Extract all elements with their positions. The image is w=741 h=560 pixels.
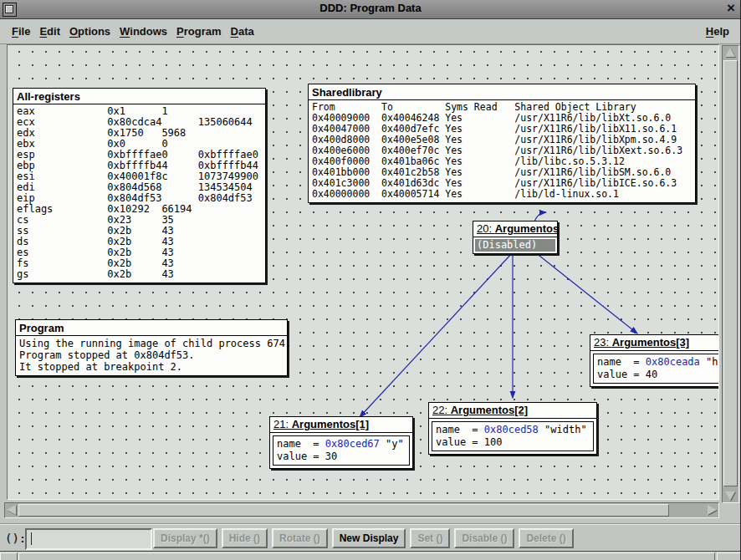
scroll-left-icon[interactable] xyxy=(7,505,16,515)
all-registers-body: eax 0x1 1 ecx 0x80cdca4 135060644 edx 0x… xyxy=(13,104,265,283)
sharedlibrary-body: From To Syms Read Shared Object Library … xyxy=(309,100,695,202)
node-23-name-field: name = 0x80ceada "h xyxy=(597,356,719,369)
pointer-value: 0x80ceada xyxy=(646,356,700,368)
argument-toolbar: (): Display *() Hide () Rotate () New Di… xyxy=(0,523,741,552)
display-node-23[interactable]: 23: Argumentos[3] name = 0x80ceada "h va… xyxy=(590,334,719,387)
node-22-title: 22: Argumentos[2] xyxy=(429,403,596,419)
menu-program[interactable]: Program xyxy=(176,25,221,38)
menu-help[interactable]: Help xyxy=(706,25,741,38)
bottom-panner-corner[interactable] xyxy=(0,552,18,560)
node-20-title: 20: Argumentos xyxy=(473,221,557,237)
pointer-value: 0x80ced58 xyxy=(484,424,539,435)
menu-windows[interactable]: Windows xyxy=(120,25,167,38)
display-node-22[interactable]: 22: Argumentos[2] name = 0x80ced58 "widt… xyxy=(428,402,597,455)
menu-edit[interactable]: Edit xyxy=(39,25,60,38)
menu-file[interactable]: File xyxy=(12,25,30,38)
all-registers-box[interactable]: All-registers eax 0x1 1 ecx 0x80cdca4 13… xyxy=(13,88,266,283)
arrow-20-to-23 xyxy=(535,252,637,333)
program-line: Program stopped at 0x804df53. xyxy=(19,349,284,361)
window-title: DDD: Program Data xyxy=(0,2,741,14)
bottom-separator xyxy=(0,551,741,552)
node-23-title: 23: Argumentos[3] xyxy=(590,335,719,351)
display-button[interactable]: Display *() xyxy=(153,528,217,548)
menu-left: File Edit Options Windows Program Data xyxy=(0,25,254,38)
program-line: Using the running image of child process… xyxy=(19,338,284,349)
menubar: File Edit Options Windows Program Data H… xyxy=(0,19,741,44)
rotate-button[interactable]: Rotate () xyxy=(272,528,328,548)
text-caret xyxy=(31,532,32,545)
display-node-20[interactable]: 20: Argumentos (Disabled) xyxy=(473,221,558,254)
sharedlibrary-box[interactable]: Sharedlibrary From To Syms Read Shared O… xyxy=(308,84,696,203)
program-line: It stopped at breakpoint 2. xyxy=(19,361,284,373)
menu-options[interactable]: Options xyxy=(69,25,110,38)
ddd-program-data-window: DDD: Program Data × File Edit Options Wi… xyxy=(0,0,741,560)
delete-button[interactable]: Delete () xyxy=(519,528,573,548)
close-icon[interactable]: × xyxy=(724,0,738,17)
argument-input[interactable] xyxy=(25,528,152,550)
vertical-scrollbar-thumb[interactable] xyxy=(723,60,738,486)
arrow-20-to-21 xyxy=(360,252,513,417)
horizontal-scrollbar-thumb[interactable] xyxy=(18,504,669,517)
vertical-scrollbar[interactable] xyxy=(722,45,739,503)
scroll-down-icon[interactable] xyxy=(725,491,735,501)
argument-label: (): xyxy=(5,532,26,545)
disable-button[interactable]: Disable () xyxy=(454,528,514,548)
pointer-value: 0x80ced67 xyxy=(325,438,380,450)
display-buttons: Display *() Hide () Rotate () New Displa… xyxy=(153,528,574,548)
node-22-value-field: value = 100 xyxy=(436,436,590,449)
set-button[interactable]: Set () xyxy=(410,528,450,548)
data-display-canvas[interactable]: All-registers eax 0x1 1 ecx 0x80cdca4 13… xyxy=(7,44,719,500)
sharedlibrary-title: Sharedlibrary xyxy=(309,84,695,100)
node-21-name-field: name = 0x80ced67 "y" xyxy=(277,438,406,451)
all-registers-title: All-registers xyxy=(13,89,265,104)
node-22-values: name = 0x80ced58 "width" value = 100 xyxy=(432,421,594,451)
menu-data[interactable]: Data xyxy=(231,25,254,38)
node-21-title: 21: Argumentos[1] xyxy=(270,417,412,433)
node-22-name-field: name = 0x80ced58 "width" xyxy=(436,424,590,436)
node-21-value-field: value = 30 xyxy=(277,451,406,463)
display-node-21[interactable]: 21: Argumentos[1] name = 0x80ced67 "y" v… xyxy=(269,416,413,469)
node-23-value-field: value = 40 xyxy=(597,369,719,381)
node-23-values: name = 0x80ceada "h value = 40 xyxy=(593,354,719,384)
register-row: gs 0x2b 43 xyxy=(17,269,262,280)
scroll-right-icon[interactable] xyxy=(708,505,717,515)
node-21-values: name = 0x80ced67 "y" value = 30 xyxy=(273,435,410,466)
sharedlib-row: 0x40000000 0x40005714 Yes /lib/ld-linux.… xyxy=(312,189,692,200)
bottom-panner-bar[interactable] xyxy=(18,552,715,560)
horizontal-scrollbar[interactable] xyxy=(4,502,719,518)
program-body: Using the running image of child process… xyxy=(16,336,287,375)
bottom-panner-end[interactable] xyxy=(717,552,741,560)
scroll-up-icon[interactable] xyxy=(725,48,735,57)
node-20-disabled-badge: (Disabled) xyxy=(475,239,555,252)
hide-button[interactable]: Hide () xyxy=(222,528,268,548)
program-box[interactable]: Program Using the running image of child… xyxy=(15,319,288,376)
new-display-button[interactable]: New Display xyxy=(332,528,406,548)
titlebar[interactable]: DDD: Program Data × xyxy=(0,0,741,19)
program-title: Program xyxy=(16,320,287,336)
